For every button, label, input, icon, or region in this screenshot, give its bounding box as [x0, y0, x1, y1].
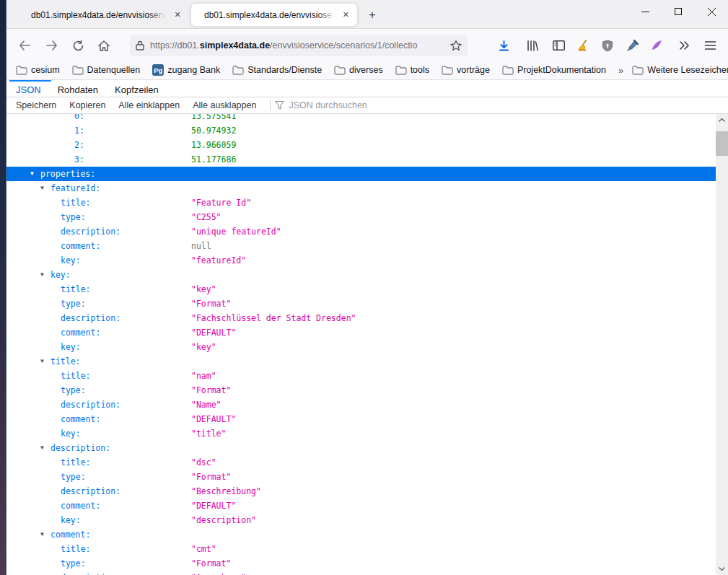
- scrollbar-thumb[interactable]: [716, 131, 728, 156]
- bookmark-label: Standards/Dienste: [247, 65, 322, 75]
- download-icon[interactable]: [494, 36, 513, 55]
- tree-row[interactable]: ▼featureId:: [6, 181, 716, 196]
- library-icon[interactable]: [523, 36, 542, 55]
- json-search-input[interactable]: [289, 100, 433, 110]
- action-alle-ausklappen[interactable]: Alle ausklappen: [186, 100, 263, 110]
- tree-row[interactable]: type:"Format": [6, 383, 716, 398]
- viewer-tab-kopfzeilen[interactable]: Kopfzeilen: [108, 80, 169, 97]
- tree-row[interactable]: description:"Anmerkung": [6, 571, 716, 575]
- scroll-up-icon[interactable]: [716, 114, 728, 126]
- browser-tab-1[interactable]: db01.simplex4data.de/envvisioservic ✕: [18, 4, 189, 26]
- url-bar[interactable]: https://db01.simplex4data.de/envvisioser…: [130, 35, 468, 56]
- tree-row[interactable]: ▼title:: [6, 354, 716, 369]
- tree-row[interactable]: description:"Fachschlüssel der Stadt Dre…: [6, 311, 716, 325]
- tree-row[interactable]: key:"description": [6, 513, 716, 527]
- json-key: featureId:: [51, 181, 100, 196]
- tab-close-icon[interactable]: ✕: [341, 9, 351, 21]
- tree-row[interactable]: 1:50.974932: [6, 123, 716, 138]
- browser-tab-2-active[interactable]: db01.simplex4data.de/envvisioservic ✕: [191, 4, 357, 26]
- tree-row[interactable]: type:"C255": [6, 210, 716, 224]
- action-kopieren[interactable]: Kopieren: [63, 100, 112, 110]
- expand-triangle-icon[interactable]: ▼: [40, 181, 44, 196]
- eyedropper-extension-icon[interactable]: [623, 36, 642, 55]
- back-icon[interactable]: [15, 36, 34, 55]
- tree-row[interactable]: 2:13.966059: [6, 138, 716, 152]
- minimize-button[interactable]: [628, 0, 662, 23]
- reload-icon[interactable]: [69, 36, 87, 55]
- tree-row[interactable]: comment:"DEFAULT": [6, 412, 716, 426]
- tab-close-icon[interactable]: ✕: [172, 9, 183, 21]
- json-value: "cmt": [191, 542, 216, 556]
- tree-row[interactable]: type:"Format": [6, 470, 716, 484]
- bookmark-item[interactable]: Pgzugang Bank: [152, 64, 220, 76]
- tree-row[interactable]: 0:13.575541: [6, 114, 716, 123]
- shield-extension-icon[interactable]: [598, 36, 617, 55]
- viewer-tab-json[interactable]: JSON: [9, 80, 51, 97]
- broom-extension-icon[interactable]: [574, 36, 592, 55]
- bookmark-star-icon[interactable]: [450, 40, 462, 51]
- tree-row[interactable]: title:"nam": [6, 369, 716, 383]
- scroll-down-icon[interactable]: [716, 563, 728, 575]
- tree-row[interactable]: title:"key": [6, 282, 716, 297]
- tree-row[interactable]: comment:"DEFAULT": [6, 325, 716, 340]
- menu-icon[interactable]: [701, 36, 719, 55]
- bookmark-item[interactable]: Standards/Dienste: [232, 65, 322, 75]
- tree-row[interactable]: ▼description:: [6, 441, 716, 455]
- json-key: title:: [61, 282, 91, 297]
- json-value: 13.575541: [191, 114, 236, 123]
- tree-row[interactable]: key:"featureId": [6, 253, 716, 268]
- vertical-scrollbar[interactable]: [716, 114, 728, 575]
- bookmark-item[interactable]: diverses: [334, 65, 383, 75]
- json-value: "Feature Id": [191, 196, 251, 210]
- tree-row[interactable]: key:"key": [6, 340, 716, 354]
- tree-row[interactable]: ▼comment:: [6, 527, 716, 542]
- expand-triangle-icon[interactable]: ▼: [40, 441, 44, 455]
- bookmark-item[interactable]: vorträge: [442, 65, 490, 75]
- json-key: comment:: [61, 239, 100, 253]
- json-key: type:: [61, 556, 86, 571]
- tree-row[interactable]: title:"dsc": [6, 455, 716, 470]
- home-icon[interactable]: [95, 36, 113, 55]
- tree-row[interactable]: comment:"DEFAULT": [6, 499, 716, 513]
- json-key: 3:: [74, 152, 84, 167]
- new-tab-button[interactable]: +: [364, 7, 380, 23]
- tree-row[interactable]: title:"cmt": [6, 542, 716, 556]
- overflow-chevron-icon[interactable]: [675, 36, 693, 55]
- tree-row[interactable]: 3:51.177686: [6, 152, 716, 167]
- json-value: "dsc": [191, 455, 216, 470]
- quill-extension-icon[interactable]: [647, 36, 666, 55]
- expand-triangle-icon[interactable]: ▼: [40, 527, 44, 542]
- bookmark-item[interactable]: tools: [395, 65, 429, 75]
- tree-row[interactable]: description:"Beschreibung": [6, 484, 716, 499]
- maximize-button[interactable]: [662, 0, 695, 23]
- tree-row[interactable]: title:"Feature Id": [6, 196, 716, 210]
- forward-icon[interactable]: [43, 36, 61, 55]
- bookmark-item[interactable]: cesium: [16, 65, 60, 75]
- tree-row[interactable]: ▼key:: [6, 268, 716, 282]
- json-value: "Format": [191, 470, 231, 484]
- sidebar-icon[interactable]: [549, 36, 568, 55]
- tree-row[interactable]: type:"Format": [6, 556, 716, 571]
- tree-row[interactable]: description:"unique featureId": [6, 224, 716, 239]
- tree-row[interactable]: key:"title": [6, 426, 716, 441]
- tree-row[interactable]: description:"Name": [6, 398, 716, 412]
- tree-row[interactable]: ▼properties:: [6, 167, 716, 181]
- json-key: description:: [61, 398, 120, 412]
- expand-triangle-icon[interactable]: ▼: [40, 354, 44, 369]
- bookmark-item[interactable]: ProjektDokumentation: [502, 65, 606, 75]
- bookmark-weitere-lesezeichen[interactable]: Weitere Lesezeichen: [632, 65, 728, 75]
- bookmarks-overflow-icon[interactable]: »: [618, 65, 622, 76]
- action-speichern[interactable]: Speichern: [9, 100, 63, 110]
- json-key: description:: [61, 311, 120, 325]
- bookmark-label: tools: [411, 65, 429, 75]
- tree-row[interactable]: comment:null: [6, 239, 716, 253]
- bookmark-item[interactable]: Datenquellen: [72, 65, 141, 75]
- expand-triangle-icon[interactable]: ▼: [30, 167, 34, 181]
- viewer-tab-rohdaten[interactable]: Rohdaten: [51, 80, 108, 97]
- expand-triangle-icon[interactable]: ▼: [40, 268, 44, 282]
- desktop-background: [0, 0, 6, 575]
- json-key: 1:: [74, 123, 84, 138]
- action-alle-einklappen[interactable]: Alle einklappen: [112, 100, 186, 110]
- close-button[interactable]: [695, 0, 728, 23]
- tree-row[interactable]: type:"Format": [6, 297, 716, 311]
